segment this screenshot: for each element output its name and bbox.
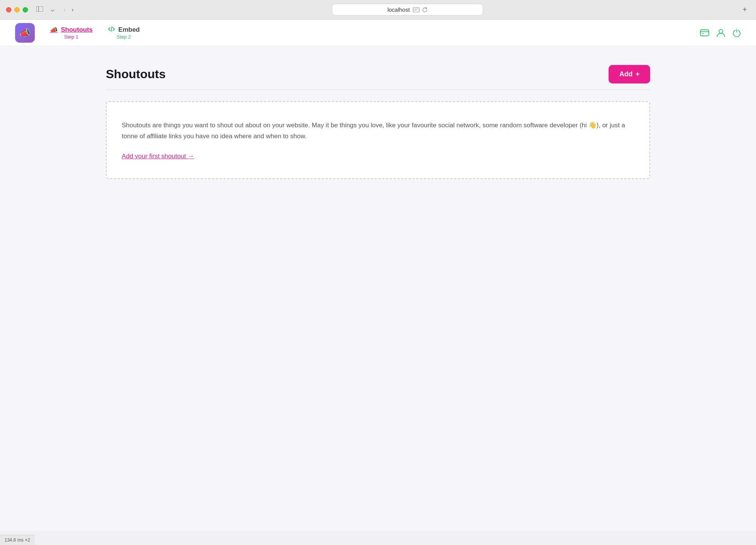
address-icons [413, 7, 428, 13]
page-title: Shoutouts [106, 67, 166, 81]
app-logo: 📣 [15, 23, 35, 43]
nav-step-shoutouts[interactable]: 📣 Shoutouts Step 1 [42, 23, 100, 43]
billing-button[interactable] [700, 29, 709, 36]
chevron-down-icon[interactable] [48, 6, 57, 14]
step-embed-top: Embed [108, 26, 140, 34]
svg-rect-2 [413, 8, 419, 12]
address-bar[interactable]: localhost [332, 4, 483, 15]
nav-right [700, 28, 741, 37]
billing-icon [700, 29, 709, 36]
maximize-button[interactable] [23, 7, 28, 12]
status-count: ×2 [25, 537, 30, 543]
close-button[interactable] [6, 7, 11, 12]
minimize-button[interactable] [14, 7, 20, 12]
step-shoutouts-top: 📣 Shoutouts [50, 26, 93, 34]
sidebar-icon [36, 6, 43, 12]
browser-chrome: ‹ › localhost [0, 0, 756, 20]
nav-arrows: ‹ › [61, 6, 76, 14]
svg-point-9 [719, 29, 723, 33]
add-button-label: Add [619, 70, 632, 78]
code-icon [108, 26, 115, 32]
page-header: Shoutouts Add + [106, 65, 650, 83]
status-bar: 134.8 ms ×2 [0, 535, 35, 545]
nav-steps: 📣 Shoutouts Step 1 Embed Step 2 [42, 23, 147, 43]
traffic-lights [6, 7, 28, 12]
new-tab-button[interactable]: + [739, 5, 750, 15]
back-button[interactable]: ‹ [61, 6, 68, 14]
sidebar-toggle-button[interactable] [34, 6, 45, 14]
shoutouts-step-sublabel: Step 1 [64, 34, 79, 40]
svg-rect-6 [700, 30, 709, 36]
embed-step-label: Embed [118, 26, 140, 34]
svg-rect-0 [36, 6, 43, 12]
empty-state-box: Shoutouts are things you want to shout o… [106, 101, 650, 179]
add-button[interactable]: Add + [609, 65, 650, 83]
forward-button[interactable]: › [69, 6, 76, 14]
empty-state-description: Shoutouts are things you want to shout o… [122, 120, 634, 142]
divider [106, 90, 650, 90]
shoutouts-step-icon: 📣 [50, 26, 58, 34]
status-unit: ms [17, 537, 23, 543]
logo-emoji: 📣 [19, 28, 31, 38]
plus-icon: + [635, 70, 640, 78]
address-bar-container: localhost [79, 4, 737, 15]
dropdown-arrow-icon [51, 9, 54, 12]
embed-step-sublabel: Step 2 [117, 34, 131, 40]
user-button[interactable] [717, 28, 725, 37]
app-navbar: 📣 📣 Shoutouts Step 1 Embed [0, 20, 756, 46]
refresh-icon[interactable] [422, 7, 428, 13]
power-icon [733, 29, 741, 37]
embed-step-icon [108, 26, 115, 34]
title-bar: ‹ › localhost [0, 0, 756, 19]
url-text: localhost [387, 6, 410, 13]
shoutouts-step-label: Shoutouts [61, 26, 93, 34]
main-content: Shoutouts Add + Shoutouts are things you… [0, 46, 756, 531]
user-icon [717, 28, 725, 37]
add-first-shoutout-link[interactable]: Add your first shoutout → [122, 153, 194, 160]
nav-step-embed[interactable]: Embed Step 2 [100, 23, 147, 43]
reader-icon [413, 7, 420, 12]
power-button[interactable] [733, 29, 741, 37]
svg-line-5 [111, 27, 112, 31]
status-time: 134.8 [5, 537, 16, 543]
